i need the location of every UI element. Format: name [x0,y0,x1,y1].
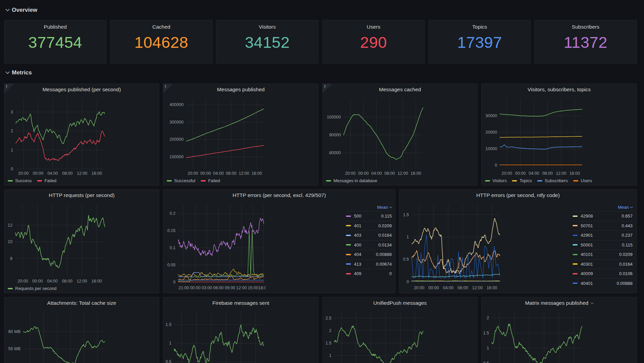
chart-canvas[interactable]: 00.511.520:0000:0004:0008:0012:0016:00 [401,202,502,292]
svg-text:12:00: 12:00 [556,171,566,176]
legend-table-row[interactable]: 4030.0164 [346,230,392,240]
legend-table-row[interactable]: 5000.115 [346,211,392,221]
panel-title[interactable]: Firebase messages sent [163,297,318,309]
legend-swatch [346,216,351,217]
panel-title[interactable]: Attachments: Total cache size [4,297,159,309]
legend-table-row[interactable]: 403010.0164 [573,259,633,269]
legend-swatch [573,273,578,274]
svg-text:12: 12 [8,223,12,228]
panel-title[interactable]: HTTP requests (per second) [4,190,159,201]
section-metrics[interactable]: Metrics [6,69,32,76]
series-code: 40009 [581,271,593,276]
legend-item[interactable]: Failed [37,178,56,183]
legend-item[interactable]: Failed [201,178,220,183]
panel-messages-published-rate: i Messages published (per second) 012320… [4,84,159,186]
svg-text:04:00: 04:00 [371,171,382,176]
legend-swatch [346,254,351,255]
svg-text:0.5: 0.5 [483,361,489,363]
panel-title[interactable]: Messages published [163,84,318,95]
series-mean-value: 0.0164 [619,262,633,267]
svg-text:20:00: 20:00 [188,171,198,176]
panel-title-text: Matrix messages published [525,300,588,306]
legend-swatch [573,254,578,255]
legend-label: Users [581,178,592,183]
sort-chevron-icon [630,205,633,208]
legend-item[interactable]: Successful [167,178,195,183]
chart-canvas[interactable]: 11.522.520:0000:0004:0008:0012:0016:00 [324,309,425,363]
section-overview[interactable]: Overview [6,7,37,13]
legend-table-row[interactable]: 4130.00674 [346,259,392,269]
legend-table-row[interactable]: 429080.657 [573,211,633,221]
panel-http-errors-ntfy: HTTP errors (per second, ntfy code) 00.5… [399,189,637,293]
chart-legend: Messages in database [326,178,377,183]
chart-canvas[interactable]: 55 MB60 MB20:0000:0004:0008:0012:0016:00 [6,309,107,363]
panel-messages-published-total: i Messages published 1000002000003000004… [163,84,319,186]
svg-text:12:00: 12:00 [77,171,87,176]
panel-title[interactable]: Visitors, subscribers, topics [482,84,637,95]
legend-table-row[interactable]: 4090 [346,269,392,278]
panel-title[interactable]: Messages cached [323,84,477,95]
series-code: 404 [354,252,361,257]
chart-canvas[interactable]: 012320:0000:0004:0008:0012:0016:00 [6,96,107,177]
legend-table-row[interactable]: 429010.237 [573,230,633,240]
svg-text:60 MB: 60 MB [8,329,21,334]
legend-label: Topics [519,178,532,183]
chart-canvas[interactable]: 0.511.5220:0000:0004:0008:0012:0016:00 [483,309,584,363]
legend-swatch [573,216,578,217]
legend-swatch [573,180,578,182]
legend-table-row[interactable]: 404010.00888 [573,278,633,288]
svg-text:16:00: 16:00 [92,171,102,176]
series-mean-value: 0.0164 [378,233,392,238]
legend-item[interactable]: Topics [512,178,532,183]
legend-item[interactable]: Subscribers [537,178,568,183]
mean-sort-header[interactable]: Mean [573,203,633,211]
svg-text:20:00: 20:00 [345,171,355,176]
svg-text:12:00: 12:00 [472,286,483,290]
svg-text:80000: 80000 [329,151,341,155]
legend-label: Requests per second [15,286,57,291]
legend-item[interactable]: Users [573,178,592,183]
svg-text:1.5: 1.5 [326,341,331,345]
stat-panel-visitors: Visitors 34152 [216,20,319,64]
chart-canvas[interactable]: 8101220:0000:0004:0008:0012:0016:00 [6,202,107,285]
chart-canvas[interactable]: 800009000010000020:0000:0004:0008:0012:0… [324,96,425,177]
legend-item[interactable]: Visitors [485,178,507,183]
stat-value: 104628 [110,34,212,50]
svg-text:1: 1 [487,346,489,351]
svg-text:04:00: 04:00 [47,171,58,176]
mean-sort-header[interactable]: Mean [346,203,392,211]
chart-canvas[interactable]: 00.050.10.150.221:0000:0003:0006:0009:00… [165,202,266,292]
legend-table-row[interactable]: 500010.115 [573,240,633,250]
chart-canvas[interactable]: 010000200003000020:0000:0004:0008:0012:0… [483,96,584,177]
legend-item[interactable]: Success [8,178,32,183]
svg-text:12:00: 12:00 [236,286,247,290]
svg-text:0.15: 0.15 [167,228,175,233]
panel-title[interactable]: Messages published (per second) [4,84,159,95]
chart-canvas[interactable]: 10000020000030000040000020:0000:0004:000… [165,96,266,177]
legend-table-row[interactable]: 4040.00888 [346,250,392,259]
legend-item[interactable]: Requests per second [8,286,57,291]
legend-table-row[interactable]: 507010.443 [573,221,633,231]
legend-table-row[interactable]: 400090.0106 [573,269,633,278]
panel-title[interactable]: Matrix messages published [482,297,637,309]
svg-text:04:00: 04:00 [47,279,58,284]
chart-canvas[interactable]: 0.511.520:0000:0004:0008:0012:0016:00 [165,309,266,363]
series-mean-value: 0 [389,271,392,276]
legend-swatch [201,180,206,182]
svg-text:08:00: 08:00 [62,171,72,176]
legend-table-row[interactable]: 4010.0209 [346,221,392,231]
panel-menu-chevron-icon[interactable] [591,301,593,304]
svg-text:12:00: 12:00 [397,171,408,176]
svg-text:0.5: 0.5 [403,257,409,262]
legend-table-row[interactable]: 4000.0134 [346,240,392,250]
legend-item[interactable]: Messages in database [326,178,377,183]
svg-text:100000: 100000 [169,155,184,159]
panel-title[interactable]: UnifiedPush messages [323,297,477,309]
legend-swatch [573,244,578,245]
series-code: 50001 [581,242,593,248]
panel-title[interactable]: HTTP errors (per second, ntfy code) [399,190,637,201]
panel-title[interactable]: HTTP errors (per second, excl. 429/507) [163,190,395,201]
legend-table-row[interactable]: 401010.0209 [573,250,633,259]
svg-text:0: 0 [11,167,13,171]
legend-swatch [573,235,578,236]
